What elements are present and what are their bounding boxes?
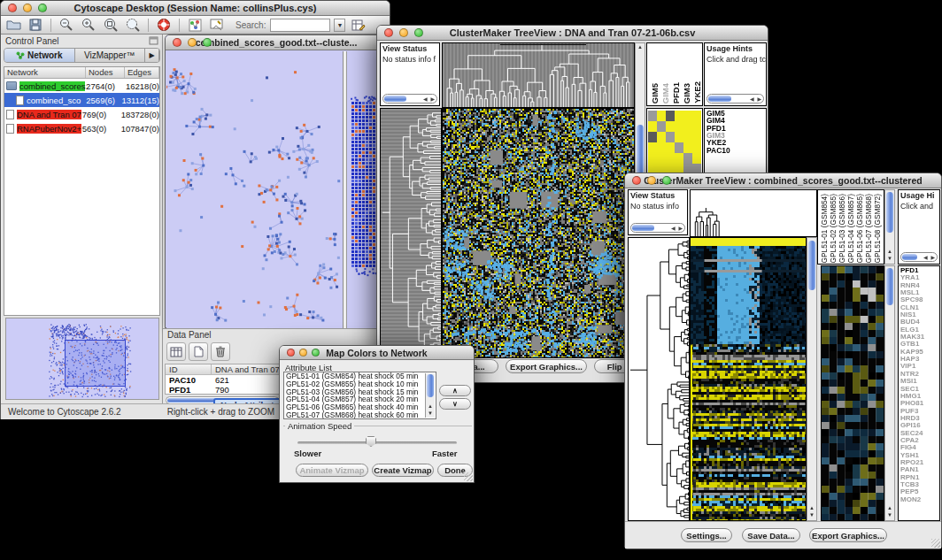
- tv1-usage-hscrollbar[interactable]: ◀ ▶: [706, 94, 764, 104]
- column-label[interactable]: YKE2: [692, 81, 702, 104]
- tv2-usage-hscrollbar[interactable]: ◀ ▶: [900, 252, 938, 262]
- col-edges[interactable]: Edges: [125, 67, 159, 78]
- slider-thumb[interactable]: [366, 436, 376, 447]
- column-label[interactable]: GPL51-06 (GSM865): [855, 194, 864, 263]
- column-label[interactable]: GIM4: [660, 83, 670, 104]
- zoom-in-icon[interactable]: [80, 18, 97, 33]
- move-up-button[interactable]: ∧: [439, 385, 471, 396]
- annotation-icon[interactable]: [208, 18, 226, 33]
- network-window-titlebar[interactable]: combined_scores_good.txt--cluste...: [166, 35, 387, 50]
- zoom-button[interactable]: [662, 176, 671, 185]
- col-nodes[interactable]: Nodes: [86, 67, 125, 78]
- gene-label[interactable]: PAC10: [706, 147, 764, 154]
- save-session-button[interactable]: [27, 18, 44, 33]
- delete-attribute-trash-icon[interactable]: [211, 342, 230, 361]
- tv1-heatmap[interactable]: [442, 108, 635, 358]
- move-down-button[interactable]: ∨: [439, 398, 471, 410]
- zoom-button[interactable]: [203, 38, 212, 47]
- new-attribute-icon[interactable]: [189, 342, 208, 361]
- column-label[interactable]: GPL51-08 (GSM872): [873, 194, 882, 263]
- gene-label[interactable]: MON2: [900, 496, 938, 503]
- network-overview-icon[interactable]: [186, 18, 204, 33]
- tv2-heatmap-scrollbar[interactable]: ▲▼: [807, 237, 817, 521]
- network-list-row[interactable]: DNA and Tran 07769(0)183728(0): [4, 107, 159, 121]
- search-input[interactable]: [270, 19, 330, 32]
- column-label[interactable]: GPL51-07 (GSM868): [864, 194, 873, 263]
- tv2-zoom-scrollbar[interactable]: ▲▼: [884, 265, 895, 521]
- minimize-button[interactable]: [299, 349, 307, 357]
- tv2-left-dendrogram[interactable]: [628, 237, 690, 521]
- tv2-heatmap[interactable]: [690, 237, 807, 521]
- column-label[interactable]: GPL51-02 (GSM855): [829, 194, 838, 263]
- minimize-button[interactable]: [647, 176, 656, 185]
- attribute-table-icon[interactable]: [166, 342, 186, 361]
- tv2-save-data-button[interactable]: Save Data...: [742, 528, 800, 542]
- minimize-button[interactable]: [188, 38, 197, 47]
- network-list-row[interactable]: RNAPuberNov2+563(0)107847(0): [4, 121, 159, 135]
- close-button[interactable]: [632, 176, 641, 185]
- network-list-row[interactable]: combined_scores2764(0)16218(0): [4, 79, 159, 93]
- animate-vizmap-button[interactable]: Animate Vizmap: [296, 464, 368, 477]
- network-list-row[interactable]: combined_sco2569(6)13112(15): [4, 93, 159, 107]
- column-label[interactable]: GIM5: [650, 83, 660, 104]
- tv1-export-graphics-button[interactable]: Export Graphics...: [506, 359, 587, 373]
- tab-network[interactable]: Network: [4, 49, 75, 62]
- help-lifesaver-icon[interactable]: [155, 18, 173, 33]
- zoom-fit-icon[interactable]: [102, 18, 120, 33]
- close-button[interactable]: [8, 4, 17, 12]
- minimize-button[interactable]: [23, 4, 32, 12]
- attribute-list[interactable]: GPL51-01 (GSM854) heat shock 05 minGPL51…: [283, 372, 436, 419]
- column-label[interactable]: GPL51-04 (GSM857): [846, 194, 855, 263]
- column-label[interactable]: GPL51-01 (GSM854): [820, 194, 829, 263]
- zoom-out-icon[interactable]: [58, 18, 75, 33]
- tv2-top-dendrogram[interactable]: [690, 189, 817, 237]
- tv2-export-graphics-button[interactable]: Export Graphics...: [809, 528, 887, 542]
- treeview1-titlebar[interactable]: ClusterMaker TreeView : DNA and Tran 07-…: [377, 26, 768, 41]
- edges-count: 16218(0): [126, 81, 159, 91]
- zoom-button[interactable]: [38, 4, 47, 12]
- resize-grip[interactable]: [464, 472, 473, 481]
- id-column-header[interactable]: ID: [166, 364, 212, 374]
- tab-vizmapper[interactable]: VizMapper™: [75, 49, 146, 62]
- tv1-column-labels-panel: GIM5GIM4PFD1GIM3YKE2PAC10: [646, 42, 703, 106]
- column-label[interactable]: GIM3: [682, 83, 691, 104]
- resize-grip[interactable]: [931, 539, 940, 548]
- treeview2-titlebar[interactable]: ClusterMaker TreeView : combined_scores_…: [625, 173, 941, 188]
- column-label[interactable]: PFD1: [671, 82, 681, 104]
- table-edit-icon[interactable]: [350, 18, 367, 33]
- close-button[interactable]: [287, 349, 295, 357]
- birdseye-view[interactable]: [5, 318, 159, 400]
- search-dropdown-arrow[interactable]: ▼: [334, 19, 345, 32]
- float-panel-icon[interactable]: [149, 36, 158, 47]
- network-canvas[interactable]: [166, 51, 388, 328]
- create-vizmap-button[interactable]: Create Vizmap: [372, 464, 434, 477]
- animation-speed-slider[interactable]: [297, 441, 457, 444]
- zoom-button[interactable]: [312, 349, 320, 357]
- tab-overflow-arrow[interactable]: ▶: [145, 49, 159, 62]
- treeview2-title: ClusterMaker TreeView : combined_scores_…: [625, 175, 941, 186]
- tv2-settings-button[interactable]: Settings...: [681, 528, 732, 542]
- control-panel-title: Control Panel: [5, 36, 59, 46]
- network-name: RNAPuberNov2+: [16, 124, 82, 134]
- tv1-left-dendrogram[interactable]: [380, 108, 442, 358]
- minimize-button[interactable]: [399, 28, 408, 37]
- close-button[interactable]: [384, 28, 393, 37]
- main-titlebar[interactable]: Cytoscape Desktop (Session Name: collins…: [1, 1, 390, 16]
- zoom-button[interactable]: [414, 28, 423, 37]
- network-view-window: combined_scores_good.txt--cluste...: [165, 35, 388, 328]
- open-session-button[interactable]: [4, 18, 22, 33]
- row-id: PAC10: [166, 375, 212, 385]
- zoom-selected-icon[interactable]: [124, 18, 142, 33]
- attribute-item[interactable]: GPL51-07 (GSM868) heat shock 60 min: [284, 411, 436, 419]
- tv1-status-hscrollbar[interactable]: ◀ ▶: [382, 94, 437, 104]
- attribute-list-scrollbar[interactable]: ▲▼: [425, 373, 435, 418]
- tv1-correlation-matrix[interactable]: [648, 111, 701, 174]
- col-network[interactable]: Network: [4, 67, 86, 78]
- tv2-status-hscrollbar[interactable]: ◀ ▶: [630, 223, 685, 233]
- column-label[interactable]: GPL51-03 (GSM856): [838, 194, 846, 263]
- tv1-top-dendrogram[interactable]: [442, 42, 635, 108]
- tv2-labels-scrollbar[interactable]: ▲▼: [884, 189, 895, 265]
- dialog-titlebar[interactable]: Map Colors to Network: [280, 346, 474, 360]
- close-button[interactable]: [173, 38, 181, 47]
- tv2-zoom-heatmap[interactable]: [821, 265, 884, 521]
